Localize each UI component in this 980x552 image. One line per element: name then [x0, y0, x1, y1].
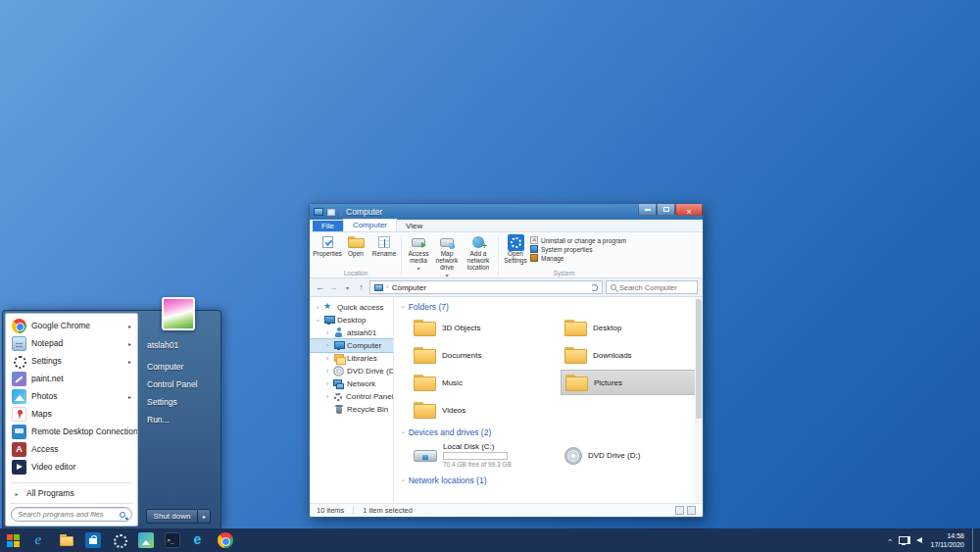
taskbar-edge[interactable] — [185, 528, 212, 552]
folder-music[interactable]: Music — [410, 370, 555, 395]
start-place-run[interactable]: Run... — [138, 411, 219, 428]
system-properties-button[interactable]: System properties — [530, 245, 626, 253]
taskbar-microsoft-store[interactable] — [79, 528, 106, 552]
nav-libraries[interactable]: Libraries — [310, 352, 393, 365]
expand-chevron-icon[interactable] — [315, 304, 320, 312]
nav-recycle-bin[interactable]: Recycle Bin — [310, 403, 393, 416]
start-item-settings[interactable]: Settings ▸ — [6, 352, 137, 370]
taskbar-file-explorer[interactable] — [53, 528, 79, 552]
rename-label: Rename — [372, 250, 397, 257]
folder-documents[interactable]: Documents — [410, 342, 555, 368]
start-item-google-chrome[interactable]: Google Chrome ▸ — [6, 317, 137, 334]
start-item-remote-desktop[interactable]: Remote Desktop Connection — [6, 423, 137, 440]
section-devices-header[interactable]: Devices and drives (2) — [402, 426, 689, 439]
minimize-button[interactable] — [638, 204, 657, 216]
taskbar-photos[interactable] — [132, 528, 159, 552]
folder-videos[interactable]: Videos — [410, 397, 555, 423]
nav-network[interactable]: Network — [310, 377, 393, 390]
breadcrumb-path[interactable]: Computer — [392, 283, 426, 292]
access-media-button[interactable]: Access media — [405, 234, 432, 274]
start-item-video-editor[interactable]: Video editor — [6, 458, 137, 476]
collapse-chevron-icon[interactable] — [314, 318, 321, 324]
shut-down-button[interactable]: Shut down — [146, 509, 199, 524]
nav-dvd-drive[interactable]: DVD Drive (D:) — [310, 365, 393, 377]
section-network-header[interactable]: Network locations (1) — [402, 474, 689, 487]
uninstall-button[interactable]: Uninstall or change a program — [530, 236, 626, 244]
scrollbar[interactable] — [695, 297, 703, 503]
windows-logo-icon — [7, 534, 20, 547]
expand-chevron-icon[interactable] — [324, 355, 330, 363]
folder-downloads[interactable]: Downloads — [561, 342, 703, 368]
uninstall-label: Uninstall or change a program — [541, 237, 626, 244]
drive-dvd[interactable]: DVD Drive (D:) — [561, 440, 703, 471]
manage-button[interactable]: Manage — [530, 254, 626, 262]
rename-button[interactable]: Rename — [370, 234, 398, 258]
nav-desktop[interactable]: Desktop — [310, 314, 393, 326]
expand-chevron-icon[interactable] — [324, 380, 330, 388]
expand-chevron-icon[interactable] — [324, 393, 330, 401]
tab-computer[interactable]: Computer — [343, 219, 397, 231]
volume-tray-icon[interactable] — [916, 537, 922, 543]
search-box[interactable] — [606, 280, 698, 294]
start-place-computer[interactable]: Computer — [138, 358, 219, 376]
expand-chevron-icon[interactable] — [324, 329, 330, 337]
nav-computer[interactable]: Computer — [310, 339, 393, 352]
up-button[interactable] — [356, 282, 367, 292]
back-button[interactable] — [315, 282, 325, 292]
map-network-drive-button[interactable]: Map network drive — [433, 234, 461, 280]
submenu-arrow-icon: ▸ — [128, 358, 131, 365]
refresh-button[interactable] — [591, 284, 598, 291]
start-search-input[interactable] — [18, 510, 116, 519]
show-desktop-button[interactable] — [972, 528, 977, 552]
start-place-settings[interactable]: Settings — [138, 393, 219, 411]
details-view-button[interactable] — [675, 506, 684, 515]
start-place-control-panel[interactable]: Control Panel — [138, 376, 219, 393]
taskbar-clock[interactable]: 14:58 17/11/2020 — [930, 531, 964, 549]
start-item-maps[interactable]: Maps — [6, 405, 137, 423]
qat-dropdown-icon[interactable] — [339, 203, 342, 221]
drive-local-disk[interactable]: Local Disk (C:) 70.4 GB free of 99.3 GB — [410, 440, 555, 471]
maximize-button[interactable] — [657, 204, 675, 216]
start-search-box[interactable] — [11, 507, 132, 522]
expand-chevron-icon[interactable] — [324, 342, 330, 350]
start-item-photos[interactable]: Photos ▸ — [6, 387, 137, 405]
scrollbar-thumb[interactable] — [696, 299, 702, 419]
shut-down-options-arrow[interactable] — [198, 509, 211, 524]
large-icons-view-button[interactable] — [687, 506, 696, 515]
folder-pictures[interactable]: Pictures — [561, 370, 703, 395]
add-network-location-button[interactable]: Add a network location — [462, 234, 495, 272]
properties-button[interactable]: Properties — [314, 234, 341, 258]
forward-button[interactable] — [328, 282, 339, 292]
start-item-access[interactable]: Access — [6, 440, 137, 458]
all-programs-button[interactable]: ▸ All Programs — [6, 484, 137, 502]
user-avatar[interactable] — [162, 297, 195, 330]
search-input[interactable] — [619, 283, 693, 292]
folder-3d-objects[interactable]: 3D Objects — [410, 315, 555, 340]
start-item-paint-net[interactable]: paint.net — [6, 370, 137, 387]
taskbar-settings[interactable] — [106, 528, 132, 552]
place-label: Control Panel — [147, 379, 198, 389]
close-button[interactable] — [675, 204, 703, 216]
tab-view[interactable]: View — [397, 221, 431, 231]
start-item-notepad[interactable]: Notepad ▸ — [6, 334, 137, 352]
nav-control-panel[interactable]: Control Panel — [310, 390, 393, 403]
taskbar-command-prompt[interactable] — [159, 528, 185, 552]
tray-overflow-chevron-icon[interactable] — [885, 539, 895, 542]
recent-locations-button[interactable] — [342, 282, 353, 292]
taskbar-internet-explorer[interactable] — [26, 528, 53, 552]
nav-user-folder[interactable]: atslah01 — [310, 326, 393, 339]
breadcrumb-chevron-icon[interactable] — [386, 283, 389, 291]
open-settings-button[interactable]: Open Settings — [502, 234, 529, 265]
section-folders-header[interactable]: Folders (7) — [402, 300, 689, 314]
tab-file[interactable]: File — [313, 221, 343, 231]
nav-quick-access[interactable]: Quick access — [310, 301, 393, 314]
start-button[interactable] — [0, 528, 26, 552]
titlebar[interactable]: Computer — [310, 204, 703, 220]
start-place-user[interactable]: atslah01 — [138, 336, 219, 354]
address-box[interactable]: Computer — [369, 280, 603, 294]
open-button[interactable]: Open — [342, 234, 369, 258]
folder-desktop[interactable]: Desktop — [561, 315, 703, 340]
taskbar-chrome[interactable] — [212, 528, 238, 552]
expand-chevron-icon[interactable] — [324, 368, 330, 376]
quick-access-toolbar-icon[interactable] — [327, 209, 335, 216]
